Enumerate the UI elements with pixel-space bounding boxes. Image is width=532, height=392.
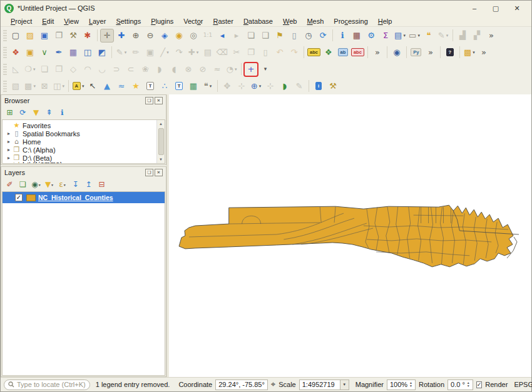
- browser-item-drive-c[interactable]: ▸❒C:\ (Alpha): [3, 146, 156, 154]
- remove-layer-icon[interactable]: ⊟: [96, 179, 108, 191]
- menu-project[interactable]: Project: [6, 17, 37, 26]
- map-themes-dropdown-icon[interactable]: ▾: [33, 84, 36, 89]
- add-selected-layers-icon[interactable]: ⊞: [4, 107, 16, 119]
- select-by-value-dropdown-icon[interactable]: ▾: [62, 84, 64, 89]
- polygon-annotation-icon[interactable]: ▲: [100, 79, 114, 93]
- toolbar-grip[interactable]: [3, 46, 7, 59]
- new-spatialite-layer-icon[interactable]: ✒: [52, 46, 66, 59]
- plugin-overflow-icon[interactable]: »: [424, 46, 437, 59]
- scale-dropdown-icon[interactable]: ▼: [340, 379, 349, 390]
- layout-manager-icon[interactable]: ❑: [258, 29, 272, 43]
- locate-search-input[interactable]: Type to locate (Ctrl+K): [4, 379, 90, 390]
- rotation-spin-icons[interactable]: ▲▼: [467, 381, 470, 388]
- project-metadata-icon[interactable]: i: [312, 79, 325, 93]
- toolbar-overflow-icon[interactable]: »: [484, 29, 498, 43]
- scroll-down-icon[interactable]: ▼: [157, 156, 165, 163]
- gps-toolbar-icon[interactable]: ◗: [278, 79, 292, 93]
- layer-labeling-options-icon[interactable]: ❖: [322, 46, 335, 59]
- main-annotation-text-dropdown-icon[interactable]: ▾: [82, 84, 84, 89]
- zoom-to-selection-icon[interactable]: ◉: [172, 29, 186, 43]
- menu-processing[interactable]: Processing: [329, 17, 372, 26]
- scroll-up-icon[interactable]: ▲: [157, 120, 165, 128]
- create-annotation-layer-icon[interactable]: +: [244, 63, 258, 76]
- main-annotation-text-icon[interactable]: A▾: [71, 79, 85, 93]
- create-annotation-layer-dropdown-icon[interactable]: ▾: [258, 63, 272, 76]
- map-canvas[interactable]: [169, 94, 531, 377]
- expand-arrow-icon[interactable]: ▸: [6, 139, 12, 144]
- pan-to-selection-icon[interactable]: ✚: [115, 29, 128, 43]
- filter-legend-icon[interactable]: ▼▾: [43, 179, 55, 191]
- options-icon[interactable]: ⚒: [326, 79, 340, 93]
- select-overflow-icon[interactable]: »: [477, 46, 491, 59]
- menu-database[interactable]: Database: [238, 17, 278, 26]
- zoom-to-annotation-dropdown-icon[interactable]: ▾: [259, 84, 262, 89]
- toolbar-grip[interactable]: [3, 29, 7, 42]
- expand-all-icon[interactable]: ↧: [69, 179, 81, 191]
- new-mesh-layer-icon[interactable]: ◩: [95, 46, 109, 59]
- metasearch-icon[interactable]: ◉: [390, 46, 404, 59]
- statistical-summary-icon[interactable]: ▦: [350, 29, 364, 43]
- new-annotation-dropdown-icon[interactable]: ▾: [446, 33, 449, 38]
- digitize-with-segment-dropdown-icon[interactable]: ▾: [166, 50, 169, 55]
- current-edits-dropdown-icon[interactable]: ▾: [125, 50, 127, 55]
- filter-browser-icon[interactable]: ▼: [30, 107, 42, 119]
- browser-close-button[interactable]: ✕: [155, 97, 163, 104]
- coordinate-extents-toggle-icon[interactable]: ⌖: [271, 379, 275, 389]
- expand-arrow-icon[interactable]: ▸: [6, 162, 12, 163]
- zoom-last-icon[interactable]: ◂: [215, 29, 229, 43]
- render-checkbox[interactable]: ✓: [476, 381, 483, 388]
- magnifier-spin-icons[interactable]: ▲▼: [409, 381, 412, 388]
- pin-labels-icon[interactable]: ab: [336, 46, 350, 59]
- maximize-button[interactable]: ▢: [485, 2, 506, 14]
- save-project-icon[interactable]: ▣: [38, 29, 51, 43]
- filter-by-expression-dropdown-icon[interactable]: ▾: [64, 183, 66, 187]
- new-memory-layer-icon[interactable]: ▦: [66, 46, 80, 59]
- open-attribute-table-icon[interactable]: ▤▾: [393, 29, 407, 43]
- layer-item-nc-historical-counties[interactable]: ✓ NC_Historical_Counties: [3, 192, 165, 203]
- open-project-icon[interactable]: ▨: [23, 29, 37, 43]
- move-feature-dropdown-icon[interactable]: ▾: [33, 67, 36, 72]
- coordinate-field[interactable]: 29.24°, -75.85°: [215, 379, 268, 390]
- new-print-layout-icon[interactable]: ❏: [244, 29, 258, 43]
- identify-features-icon[interactable]: ℹ: [335, 29, 349, 43]
- properties-widget-icon[interactable]: ℹ: [56, 107, 68, 119]
- select-features-by-area-icon[interactable]: ▩▾: [463, 46, 476, 59]
- layer-visibility-checkbox[interactable]: ✓: [15, 194, 23, 201]
- manage-visibility-dropdown-icon[interactable]: ▾: [39, 183, 41, 187]
- select-features-by-area-dropdown-icon[interactable]: ▾: [473, 50, 475, 55]
- picture-annotation-icon[interactable]: ▦: [187, 79, 200, 93]
- collapse-all-icon[interactable]: ⇞: [43, 107, 55, 119]
- toolbar-grip[interactable]: [3, 63, 7, 76]
- manage-visibility-icon[interactable]: ◉▾: [30, 179, 42, 191]
- filter-legend-dropdown-icon[interactable]: ▾: [51, 183, 53, 187]
- show-statistics-icon[interactable]: Σ: [379, 29, 392, 43]
- zoom-in-icon[interactable]: ⊕: [129, 29, 143, 43]
- expand-arrow-icon[interactable]: ▸: [6, 155, 12, 161]
- menu-mesh[interactable]: Mesh: [302, 17, 329, 26]
- new-spatial-bookmark-icon[interactable]: ⚑: [273, 29, 287, 43]
- menu-vector[interactable]: Vector: [178, 17, 208, 26]
- rotate-point-symbols-dropdown-icon[interactable]: ▾: [235, 67, 237, 72]
- menu-web[interactable]: Web: [278, 17, 302, 26]
- menu-settings[interactable]: Settings: [111, 17, 146, 26]
- collapse-all-layers-icon[interactable]: ↥: [83, 179, 95, 191]
- measure-line-dropdown-icon[interactable]: ▾: [417, 33, 420, 38]
- style-manager-icon[interactable]: ✱: [81, 29, 95, 43]
- text-annotation-rect-icon[interactable]: T: [172, 79, 186, 93]
- close-button[interactable]: ✕: [506, 2, 528, 14]
- zoom-out-icon[interactable]: ⊖: [143, 29, 157, 43]
- browser-item-spatial-bookmarks[interactable]: ▸▯Spatial Bookmarks: [3, 129, 156, 138]
- new-project-icon[interactable]: ▢: [9, 29, 23, 43]
- zoom-to-layer-icon[interactable]: ◎: [187, 29, 200, 43]
- menu-help[interactable]: Help: [373, 17, 397, 26]
- add-group-icon[interactable]: ❏: [17, 179, 29, 191]
- data-source-manager-icon[interactable]: ❖: [9, 46, 23, 59]
- menu-layer[interactable]: Layer: [84, 17, 111, 26]
- measure-line-icon[interactable]: ▭▾: [407, 29, 421, 43]
- python-console-icon[interactable]: Py: [409, 46, 423, 59]
- temporal-controller-icon[interactable]: ◷: [302, 29, 315, 43]
- highlight-pinned-labels-icon[interactable]: abc: [350, 46, 365, 59]
- layers-float-button[interactable]: ❏: [145, 169, 153, 176]
- project-properties-icon[interactable]: ❐: [52, 29, 66, 43]
- help-contents-icon[interactable]: ?: [443, 46, 457, 59]
